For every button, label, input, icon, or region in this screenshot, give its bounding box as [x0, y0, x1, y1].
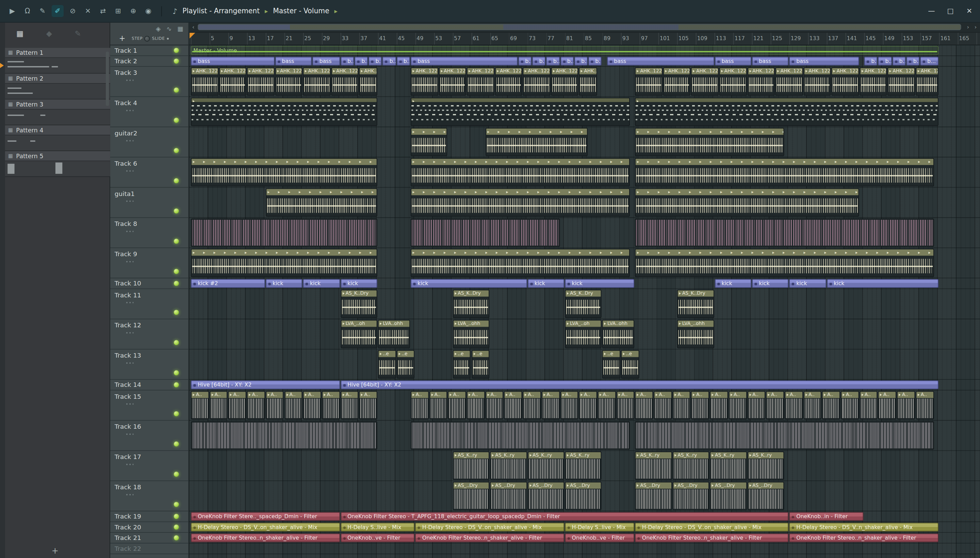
chop-clip[interactable]: A..	[560, 391, 578, 419]
chop-clip[interactable]: AS_..Dry	[672, 482, 709, 510]
playlist-lane[interactable]: OneKnob Filter Stereo..n_shaker_alive - …	[189, 533, 980, 543]
fxo-clip[interactable]: H-Delay Stereo - DS_V..n_shaker_alive - …	[790, 523, 939, 532]
resize-grip-icon[interactable]	[125, 494, 133, 496]
chop-clip[interactable]: AS_K..ry	[747, 451, 784, 480]
track-header[interactable]: Track 17	[110, 451, 189, 481]
pat-clip[interactable]: Hive [64bit] - XY: X2	[191, 381, 340, 389]
audio-clip[interactable]: ▸ ▸ ▸ ▸ ▸ ▸ ▸ ▸ ▸ ▸ ▸ ▸ ▸ ▸ ▸ ▸ ▸ ▸ ▸ ▸ …	[411, 128, 448, 156]
audio-clip[interactable]: AHK..122	[747, 67, 775, 95]
track-mute-led[interactable]	[174, 148, 179, 153]
track-mute-led[interactable]	[174, 441, 179, 446]
playlist-lane[interactable]: AS_K..DryAS_K..DryAS_K..DryAS_K..Dry	[189, 289, 980, 320]
pat-clip[interactable]: b...	[532, 57, 545, 66]
audio-clip[interactable]: ▸ ▸ ▸ ▸ ▸ ▸ ▸ ▸ ▸ ▸ ▸ ▸ ▸ ▸ ▸ ▸ ▸ ▸ ▸ ▸ …	[411, 188, 630, 217]
audio-clip[interactable]: AHK..122	[303, 67, 331, 95]
track-header[interactable]: Track 15	[110, 391, 189, 421]
pat-clip[interactable]: bass	[607, 57, 714, 66]
pat-clip[interactable]: b...	[906, 57, 919, 66]
chop-clip[interactable]: A..	[916, 391, 934, 419]
resize-grip-icon[interactable]	[125, 261, 133, 263]
playlist-lane[interactable]: A..A..A..A..A..A..A..A..A..A..A..A..A..A…	[189, 391, 980, 421]
chop-clip[interactable]: A..	[635, 391, 653, 419]
audio-clip[interactable]: AHK..122	[247, 67, 274, 95]
maximize-button[interactable]: □	[946, 7, 955, 15]
chop-clip[interactable]: A..	[486, 391, 504, 419]
resize-grip-icon[interactable]	[125, 230, 133, 232]
audio-clip[interactable]: AHK..122	[551, 67, 578, 95]
chop-clip[interactable]: A..	[467, 391, 485, 419]
pat-clip[interactable]: kick	[827, 279, 939, 288]
add-pattern-button[interactable]: +	[52, 546, 59, 555]
pat-clip[interactable]: kick	[714, 279, 751, 288]
pat-clip[interactable]: bass	[790, 57, 859, 66]
track-mute-led[interactable]	[174, 118, 179, 123]
resize-grip-icon[interactable]	[125, 110, 133, 112]
chop-clip[interactable]: A..	[616, 391, 634, 419]
fxr-clip[interactable]: OneKnob Filter Stereo..n_shaker_alive - …	[415, 533, 564, 542]
track-header[interactable]: Track 19	[110, 511, 189, 522]
pat-clip[interactable]: b...	[560, 57, 573, 66]
close-button[interactable]: ✕	[965, 7, 974, 15]
midi-clip[interactable]	[635, 98, 938, 126]
chop-clip[interactable]: A..	[822, 391, 840, 419]
chop-clip[interactable]: A..	[897, 391, 915, 419]
pat-clip[interactable]: b...	[588, 57, 602, 66]
chop-clip[interactable]: A..	[542, 391, 560, 419]
audio-clip[interactable]: AHK..122	[663, 67, 691, 95]
scroll-right-icon[interactable]: ›	[964, 23, 972, 32]
magnet-icon[interactable]: ◈	[156, 25, 161, 32]
track-header[interactable]: Track 1	[110, 45, 189, 56]
pattern-item-header[interactable]: ▦Pattern 4	[5, 125, 110, 135]
chop-clip[interactable]: A..	[803, 391, 821, 419]
playlist-lane[interactable]: AS_..DryAS_..DryAS_..DryAS_..DryAS_..Dry…	[189, 481, 980, 511]
audio-clip[interactable]: LVA..ohh	[602, 320, 634, 348]
audio-clip[interactable]: AHK..122	[579, 67, 597, 95]
draw-icon[interactable]: ✎	[36, 5, 48, 17]
chop-clip[interactable]: A..	[429, 391, 448, 419]
playlist-lane[interactable]: ▸ ▸ ▸ ▸ ▸ ▸ ▸ ▸ ▸ ▸ ▸ ▸ ▸ ▸ ▸ ▸ ▸ ▸ ▸ ▸ …	[189, 127, 980, 158]
track-mute-led[interactable]	[174, 178, 179, 184]
audio-clip[interactable]: AHK..122	[635, 67, 663, 95]
audio-clip[interactable]: AHK..122	[719, 67, 747, 95]
breadcrumb-item[interactable]: Master - Volume	[273, 7, 329, 15]
audio-clip[interactable]: AHK..122	[832, 67, 859, 95]
chop-clip[interactable]: A..	[448, 391, 466, 419]
automation-tab-icon[interactable]: ✎	[74, 29, 81, 38]
track-header[interactable]: guitar2	[110, 127, 189, 158]
pattern-item[interactable]: ▦Pattern 4	[5, 125, 110, 151]
track-mute-led[interactable]	[174, 514, 179, 519]
audio-clip[interactable]: ..e	[621, 350, 639, 378]
pat-clip[interactable]: b...	[355, 57, 368, 66]
audio-clip[interactable]: AS_K..Dry	[565, 290, 602, 318]
audio-clip[interactable]: ▸ ▸ ▸ ▸ ▸ ▸ ▸ ▸ ▸ ▸ ▸ ▸ ▸ ▸ ▸ ▸ ▸ ▸ ▸ ▸ …	[486, 128, 588, 156]
pink-clip[interactable]	[411, 218, 560, 247]
audio-clip[interactable]: AHK..122	[523, 67, 551, 95]
audio-clip[interactable]: AHK..122	[411, 67, 438, 95]
select-icon[interactable]: ⊞	[112, 5, 124, 17]
dense-clip[interactable]	[411, 421, 630, 450]
play-icon[interactable]: ▶	[7, 5, 18, 17]
track-mute-led[interactable]	[174, 269, 179, 274]
pat-clip[interactable]: kick	[303, 279, 340, 288]
track-header[interactable]: Track 12	[110, 319, 189, 350]
chop-clip[interactable]: A..	[579, 391, 597, 419]
chop-clip[interactable]: A..	[672, 391, 690, 419]
chop-clip[interactable]: A..	[504, 391, 522, 419]
breadcrumb-item[interactable]: Playlist - Arrangement	[182, 7, 259, 15]
chop-clip[interactable]: A..	[303, 391, 321, 419]
dense-clip[interactable]	[191, 421, 378, 450]
playhead-marker[interactable]	[190, 33, 195, 38]
chop-clip[interactable]: A..	[228, 391, 246, 419]
add-track-button[interactable]: +	[119, 34, 126, 43]
pat-clip[interactable]: kick	[565, 279, 634, 288]
audio-clip[interactable]: AHK..122	[359, 67, 378, 95]
chop-clip[interactable]: AS_..Dry	[635, 482, 672, 510]
resize-grip-icon[interactable]	[125, 332, 133, 334]
audio-clip[interactable]: ▸ ▸ ▸ ▸ ▸ ▸ ▸ ▸ ▸ ▸ ▸ ▸ ▸ ▸ ▸ ▸ ▸ ▸ ▸ ▸ …	[635, 158, 934, 187]
chop-clip[interactable]: A..	[341, 391, 359, 419]
pat-clip[interactable]: bass	[411, 57, 517, 66]
pat-clip[interactable]: bass	[275, 57, 312, 66]
resize-grip-icon[interactable]	[125, 463, 133, 466]
playlist-lane[interactable]: kick #2kickkickkickkickkickkickkickkickk…	[189, 278, 980, 289]
track-mute-led[interactable]	[174, 281, 179, 286]
